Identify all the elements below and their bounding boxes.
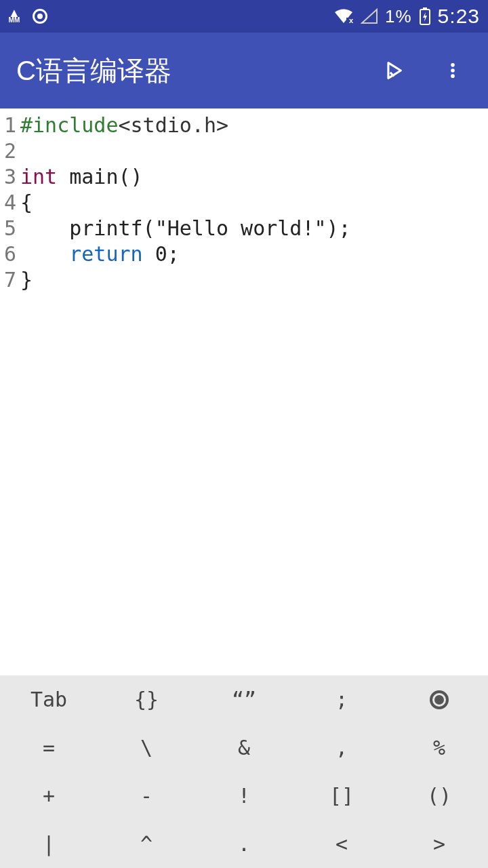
svg-rect-3 <box>423 7 427 9</box>
clock: 5:23 <box>438 5 480 28</box>
code-line[interactable]: 4{ <box>0 190 488 216</box>
svg-point-6 <box>451 74 455 78</box>
symbol-key[interactable]: & <box>195 724 293 772</box>
svg-point-4 <box>451 63 455 67</box>
line-number: 4 <box>0 190 20 216</box>
code-line[interactable]: 2 <box>0 138 488 164</box>
app-title: C语言编译器 <box>16 52 380 90</box>
status-left: ▲ MM <box>8 9 47 24</box>
circle-icon <box>430 690 449 709</box>
battery-percent: 1% <box>385 6 412 27</box>
line-number: 1 <box>0 113 20 138</box>
status-bar: ▲ MM x 1% 5:23 <box>0 0 488 33</box>
code-content[interactable]: } <box>20 267 33 293</box>
symbol-key[interactable]: . <box>195 820 293 868</box>
cell-signal-icon <box>361 8 378 24</box>
symbol-key[interactable]: < <box>293 820 390 868</box>
line-number: 2 <box>0 138 20 164</box>
status-right: x 1% 5:23 <box>333 5 480 28</box>
app-bar: C语言编译器 <box>0 33 488 108</box>
mm-label: MM <box>9 17 20 24</box>
symbol-key[interactable]: “” <box>195 675 293 724</box>
code-content[interactable]: return 0; <box>20 241 180 267</box>
code-content[interactable]: printf("Hello world!"); <box>20 216 351 241</box>
symbol-key[interactable]: ^ <box>98 820 195 868</box>
record-key[interactable] <box>390 675 488 724</box>
more-vert-icon <box>443 61 462 80</box>
battery-charging-icon <box>419 7 431 26</box>
code-content[interactable]: int main() <box>20 164 143 190</box>
symbol-key[interactable]: {} <box>98 675 195 724</box>
line-number: 6 <box>0 241 20 267</box>
line-number: 3 <box>0 164 20 190</box>
code-line[interactable]: 6 return 0; <box>0 241 488 267</box>
mm-indicator-icon: ▲ MM <box>8 9 20 24</box>
symbol-key[interactable]: | <box>0 820 98 868</box>
code-editor[interactable]: 1#include<stdio.h>23int main()4{5 printf… <box>0 108 488 675</box>
symbol-key[interactable]: + <box>0 772 98 820</box>
svg-point-5 <box>451 68 455 73</box>
symbol-keyboard: Tab{}“”;=\&,%+-![]()|^.<> <box>0 675 488 868</box>
symbol-key[interactable]: Tab <box>0 675 98 724</box>
code-line[interactable]: 3int main() <box>0 164 488 190</box>
record-icon <box>33 9 47 24</box>
symbol-key[interactable]: % <box>390 724 488 772</box>
line-number: 5 <box>0 216 20 241</box>
wifi-icon: x <box>333 8 354 24</box>
line-number: 7 <box>0 267 20 293</box>
code-content[interactable]: { <box>20 190 33 216</box>
symbol-key[interactable]: > <box>390 820 488 868</box>
symbol-key[interactable]: \ <box>98 724 195 772</box>
symbol-key[interactable]: - <box>98 772 195 820</box>
code-line[interactable]: 1#include<stdio.h> <box>0 113 488 138</box>
symbol-key[interactable]: , <box>293 724 390 772</box>
symbol-key[interactable]: ! <box>195 772 293 820</box>
symbol-key[interactable]: ; <box>293 675 390 724</box>
code-line[interactable]: 7} <box>0 267 488 293</box>
symbol-key[interactable]: = <box>0 724 98 772</box>
play-icon <box>382 59 405 82</box>
overflow-menu-button[interactable] <box>439 57 466 84</box>
run-button[interactable] <box>380 57 407 84</box>
svg-text:x: x <box>349 16 354 24</box>
app-bar-actions <box>380 57 472 84</box>
symbol-key[interactable]: () <box>390 772 488 820</box>
code-line[interactable]: 5 printf("Hello world!"); <box>0 216 488 241</box>
code-content[interactable]: #include<stdio.h> <box>20 113 228 138</box>
symbol-key[interactable]: [] <box>293 772 390 820</box>
